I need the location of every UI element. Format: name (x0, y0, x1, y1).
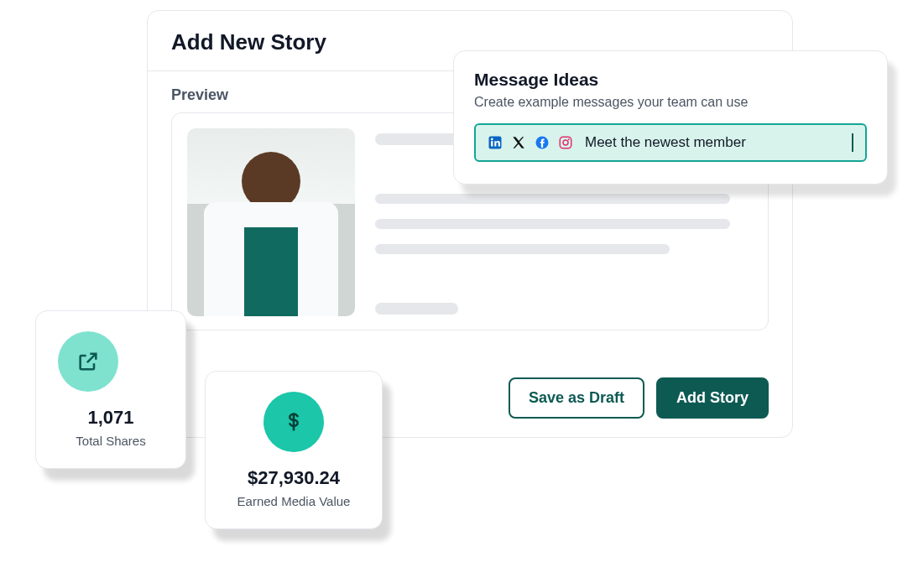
earned-media-value-card: $27,930.24 Earned Media Value (205, 371, 383, 529)
svg-point-6 (568, 138, 570, 140)
svg-point-2 (491, 138, 493, 141)
dollar-icon (263, 392, 324, 452)
message-ideas-title: Message Ideas (474, 70, 867, 90)
instagram-icon[interactable] (558, 135, 573, 150)
facebook-icon[interactable] (535, 135, 550, 150)
social-icon-group (488, 135, 576, 150)
message-ideas-popover: Message Ideas Create example messages yo… (453, 50, 888, 185)
placeholder-line (375, 303, 458, 315)
story-preview-image (187, 128, 355, 316)
message-ideas-subtitle: Create example messages your team can us… (474, 95, 867, 110)
message-idea-input[interactable]: Meet the newest member (474, 123, 867, 162)
x-icon[interactable] (511, 135, 526, 150)
message-idea-text[interactable]: Meet the newest member (585, 133, 853, 152)
save-draft-button[interactable]: Save as Draft (509, 377, 644, 419)
emv-value: $27,930.24 (224, 467, 363, 489)
total-shares-card: 1,071 Total Shares (35, 310, 186, 469)
svg-rect-1 (491, 141, 493, 146)
placeholder-line (375, 244, 670, 254)
svg-point-5 (563, 140, 568, 145)
placeholder-line (375, 194, 730, 204)
emv-label: Earned Media Value (224, 494, 363, 508)
share-external-icon (58, 331, 118, 392)
total-shares-value: 1,071 (55, 407, 167, 429)
placeholder-line (375, 219, 730, 229)
linkedin-icon[interactable] (488, 135, 503, 150)
svg-rect-4 (560, 137, 571, 148)
card-footer: Save as Draft Add Story (509, 377, 769, 419)
total-shares-label: Total Shares (55, 434, 167, 448)
add-story-button[interactable]: Add Story (656, 377, 769, 419)
